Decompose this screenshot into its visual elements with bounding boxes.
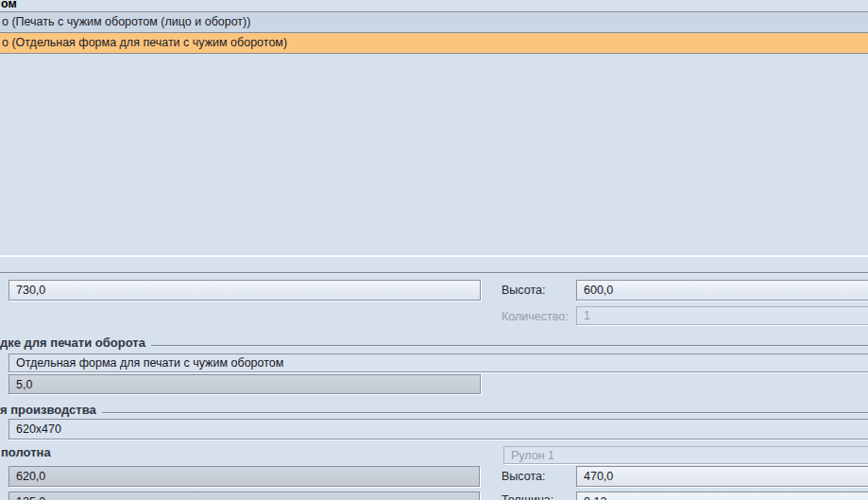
list-item-separate-form-selected[interactable]: о (Отдельная форма для печати с чужим об…	[0, 33, 868, 54]
group-separator-line	[0, 272, 868, 273]
height-label: Высота:	[502, 284, 545, 297]
group-title-line	[151, 345, 868, 346]
list-header-title: ом	[1, 0, 17, 10]
form-height-input[interactable]	[576, 280, 868, 301]
web-width2-input[interactable]	[9, 491, 480, 500]
roll-input	[503, 446, 868, 464]
reverse-form-name-input[interactable]	[9, 353, 868, 372]
reverse-offset-input[interactable]	[9, 374, 481, 394]
thickness-input[interactable]	[576, 491, 868, 500]
list-item-print-foreign-reverse[interactable]: о (Печать с чужим оборотом (лицо и оборо…	[0, 11, 868, 33]
production-section-title: я производства	[0, 403, 96, 417]
web-height-label: Высота:	[502, 470, 545, 483]
web-height-input[interactable]	[576, 466, 868, 487]
quantity-input	[576, 306, 868, 325]
web-width-input[interactable]	[9, 466, 480, 487]
web-section-title: полотна	[1, 445, 51, 459]
production-section-header: я производства	[0, 403, 868, 417]
panel-separator-line	[0, 255, 868, 257]
quantity-label: Количество:	[502, 310, 569, 323]
reverse-print-section-header: дке для печати оборота	[0, 336, 868, 350]
reverse-print-section-title: дке для печати оборота	[0, 336, 145, 350]
group-title-line	[102, 412, 868, 413]
form-width-input[interactable]	[9, 280, 481, 301]
production-format-input[interactable]	[9, 419, 868, 440]
app-window: ом о (Печать с чужим оборотом (лицо и об…	[0, 0, 868, 500]
thickness-label: Толщина:	[502, 493, 553, 500]
